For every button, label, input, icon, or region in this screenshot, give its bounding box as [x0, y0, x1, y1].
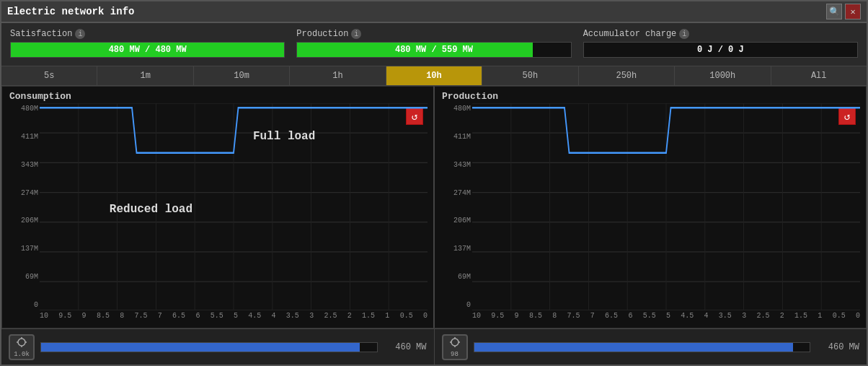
- x-0.5: 0.5: [400, 312, 413, 325]
- footer: 1.0k 460 MW 98 460 MW: [1, 328, 867, 365]
- production-section: Production i 480 MW / 559 MW: [296, 29, 583, 60]
- time-tabs: 5s 1m 10m 1h 10h 50h 250h 1000h All: [1, 66, 867, 86]
- prod-x-3: 3: [742, 312, 746, 325]
- x-9.5: 9.5: [58, 312, 71, 325]
- y-label-206m: 206M: [4, 217, 38, 225]
- x-5.5: 5.5: [211, 312, 223, 325]
- prod-x-8: 8: [552, 312, 557, 325]
- y-label-411m: 411M: [4, 133, 38, 141]
- accumulator-bar-text: 0 J / 0 J: [584, 43, 857, 57]
- search-icon: 🔍: [829, 6, 840, 17]
- tab-1m[interactable]: 1m: [97, 66, 193, 85]
- tab-50h[interactable]: 50h: [482, 66, 578, 85]
- x-3.5: 3.5: [286, 312, 299, 325]
- prod-y-411m: 411M: [436, 133, 471, 141]
- consumption-svg: [40, 103, 428, 310]
- consumption-chart: Consumption ↺ 480M 411M 343M 274M 206M 1…: [1, 86, 433, 328]
- prod-y-206m: 206M: [436, 217, 471, 225]
- x-3: 3: [309, 312, 314, 325]
- left-entity-icon: 1.0k: [9, 334, 35, 360]
- production-bar-text: 480 MW / 559 MW: [297, 43, 570, 57]
- accumulator-bar: 0 J / 0 J: [583, 42, 858, 58]
- svg-point-34: [18, 339, 25, 346]
- y-label-137m: 137M: [4, 245, 38, 253]
- tab-all[interactable]: All: [771, 66, 867, 85]
- prod-x-6: 6: [628, 312, 632, 325]
- svg-point-39: [451, 339, 459, 346]
- tab-250h[interactable]: 250h: [579, 66, 675, 85]
- footer-left-bar-fill: [41, 343, 360, 352]
- charts-row: Consumption ↺ 480M 411M 343M 274M 206M 1…: [1, 86, 867, 328]
- tab-1000h[interactable]: 1000h: [675, 66, 771, 85]
- x-4: 4: [272, 312, 276, 325]
- prod-x-5: 5: [666, 312, 670, 325]
- x-1: 1: [385, 312, 389, 325]
- x-7: 7: [158, 312, 162, 325]
- x-8: 8: [120, 312, 124, 325]
- tab-10m[interactable]: 10m: [194, 66, 290, 85]
- titlebar-buttons: 🔍 ✕: [826, 4, 861, 19]
- tab-5s[interactable]: 5s: [1, 66, 97, 85]
- x-6.5: 6.5: [172, 312, 185, 325]
- prod-x-4: 4: [704, 312, 709, 325]
- y-label-480m: 480M: [4, 105, 38, 113]
- accumulator-left-icon: [14, 336, 29, 351]
- x-9: 9: [82, 312, 87, 325]
- satisfaction-bar-text: 480 MW / 480 MW: [11, 43, 284, 57]
- prod-x-8.5: 8.5: [529, 312, 542, 325]
- prod-y-343m: 343M: [436, 161, 471, 169]
- info-row: Satisfaction i 480 MW / 480 MW Productio…: [1, 23, 867, 66]
- prod-x-2: 2: [780, 312, 784, 325]
- footer-right-bar: [474, 342, 811, 352]
- accumulator-section: Accumulator charge i 0 J / 0 J: [583, 29, 858, 60]
- production-label: Production i: [296, 29, 571, 39]
- prod-x-2.5: 2.5: [756, 312, 769, 325]
- x-5: 5: [234, 312, 238, 325]
- footer-left: 1.0k 460 MW: [1, 329, 435, 365]
- prod-x-1: 1: [818, 312, 822, 325]
- production-info-icon[interactable]: i: [351, 29, 361, 39]
- footer-left-bar: [40, 342, 378, 352]
- consumption-title: Consumption: [2, 87, 433, 103]
- y-label-0: 0: [4, 301, 38, 309]
- prod-x-0: 0: [856, 312, 860, 325]
- right-entity-icon: 98: [442, 334, 468, 360]
- accumulator-info-icon[interactable]: i: [679, 29, 689, 39]
- tab-10h[interactable]: 10h: [386, 66, 482, 85]
- titlebar: Electric network info 🔍 ✕: [1, 1, 867, 23]
- y-label-274m: 274M: [4, 189, 38, 197]
- prod-x-3.5: 3.5: [719, 312, 732, 325]
- right-icon-label: 98: [451, 351, 459, 358]
- prod-y-274m: 274M: [436, 189, 471, 197]
- footer-left-value: 460 MW: [384, 342, 427, 352]
- close-button[interactable]: ✕: [845, 4, 861, 19]
- prod-x-0.5: 0.5: [833, 312, 846, 325]
- prod-x-7.5: 7.5: [567, 312, 580, 325]
- production-bar: 480 MW / 559 MW: [296, 42, 571, 58]
- prod-y-480m: 480M: [436, 105, 471, 113]
- satisfaction-info-icon[interactable]: i: [75, 29, 85, 39]
- footer-right-bar-fill: [474, 343, 793, 352]
- prod-y-69m: 69M: [436, 273, 471, 281]
- footer-right-value: 460 MW: [816, 342, 859, 352]
- close-icon: ✕: [850, 6, 855, 17]
- left-icon-label: 1.0k: [14, 351, 30, 358]
- accumulator-right-icon: [448, 336, 462, 351]
- x-1.5: 1.5: [362, 312, 375, 325]
- y-label-69m: 69M: [4, 273, 38, 281]
- x-2: 2: [347, 312, 352, 325]
- x-0: 0: [423, 312, 428, 325]
- prod-x-9.5: 9.5: [491, 312, 504, 325]
- y-label-343m: 343M: [4, 161, 38, 169]
- prod-x-1.5: 1.5: [794, 312, 807, 325]
- tab-1h[interactable]: 1h: [290, 66, 386, 85]
- x-6: 6: [195, 312, 200, 325]
- production-chart-title: Production: [435, 87, 866, 103]
- production-svg: [472, 103, 860, 310]
- accumulator-label: Accumulator charge i: [583, 29, 858, 39]
- prod-x-9: 9: [515, 312, 519, 325]
- x-10: 10: [40, 312, 48, 325]
- prod-x-5.5: 5.5: [643, 312, 656, 325]
- search-button[interactable]: 🔍: [826, 4, 842, 19]
- x-4.5: 4.5: [248, 312, 261, 325]
